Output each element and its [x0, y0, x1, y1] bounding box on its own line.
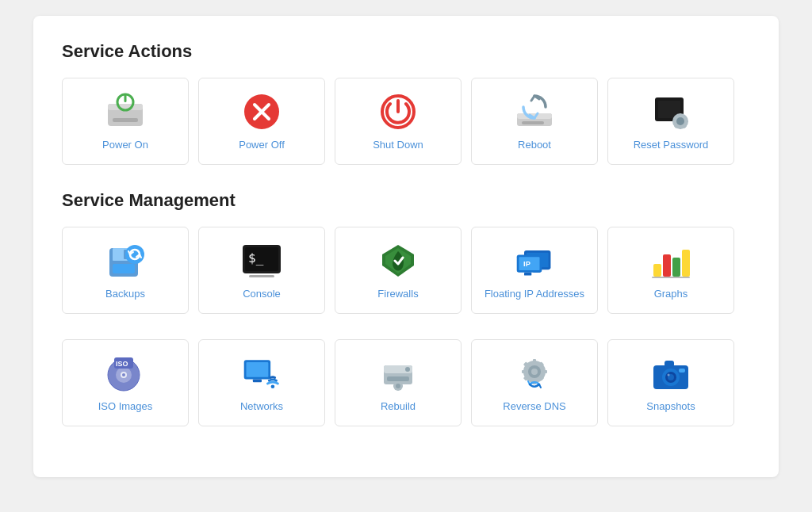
svg-point-50 [122, 373, 125, 376]
tile-power-on[interactable]: Power On [62, 78, 189, 165]
tile-console[interactable]: $_ Console [198, 227, 325, 314]
power-off-label: Power Off [239, 139, 285, 152]
svg-rect-60 [387, 376, 409, 381]
shut-down-svg [379, 93, 417, 131]
svg-text:ISO: ISO [116, 360, 128, 368]
svg-rect-4 [124, 94, 127, 102]
svg-rect-17 [680, 113, 681, 117]
power-on-label: Power On [102, 139, 148, 152]
tile-power-off[interactable]: Power Off [198, 78, 325, 165]
shut-down-icon [377, 91, 419, 132]
svg-point-62 [396, 384, 400, 388]
reverse-dns-label: Reverse DNS [503, 400, 565, 414]
tile-networks[interactable]: Networks [198, 339, 325, 426]
svg-rect-54 [247, 362, 269, 377]
svg-rect-33 [249, 275, 274, 277]
svg-rect-66 [400, 385, 403, 387]
tile-reset-password[interactable]: Reset Password [607, 78, 734, 165]
svg-rect-44 [682, 250, 690, 277]
networks-svg [241, 354, 282, 392]
svg-rect-39 [524, 272, 531, 275]
svg-text:IP: IP [523, 260, 530, 268]
rebuild-icon [377, 353, 419, 394]
shut-down-label: Shut Down [373, 139, 423, 152]
svg-point-82 [668, 373, 670, 376]
console-icon: $_ [241, 240, 282, 281]
firewalls-icon [377, 240, 419, 281]
main-card: Service Actions Power On [33, 16, 779, 477]
svg-rect-45 [652, 277, 690, 278]
snapshots-label: Snapshots [646, 400, 695, 414]
reboot-icon [514, 91, 555, 132]
service-management-grid-row2: ISO ISO Images Networks [62, 339, 750, 426]
tile-snapshots[interactable]: Snapshots [607, 339, 734, 426]
reset-password-icon [650, 91, 691, 132]
backups-svg [105, 242, 146, 280]
svg-text:$_: $_ [248, 250, 264, 266]
snapshots-icon [650, 353, 691, 394]
svg-point-69 [531, 369, 538, 375]
tile-graphs[interactable]: Graphs [607, 227, 734, 314]
tile-iso-images[interactable]: ISO ISO Images [62, 339, 189, 426]
service-management-grid-row1: Backups $_ Console [62, 227, 750, 314]
power-off-icon [241, 91, 282, 132]
svg-point-29 [125, 245, 144, 264]
svg-rect-65 [393, 385, 396, 387]
iso-images-icon: ISO [105, 353, 146, 394]
snapshots-svg [650, 356, 691, 391]
service-actions-title: Service Actions [62, 41, 750, 62]
svg-rect-42 [663, 254, 671, 277]
tile-shut-down[interactable]: Shut Down [335, 78, 462, 165]
networks-icon [241, 353, 282, 394]
reset-password-label: Reset Password [634, 139, 709, 152]
svg-point-59 [405, 367, 410, 372]
networks-label: Networks [240, 400, 283, 414]
svg-rect-64 [397, 388, 399, 391]
reverse-dns-icon [514, 353, 555, 394]
svg-rect-72 [522, 370, 526, 373]
tile-firewalls[interactable]: Firewalls [335, 227, 462, 314]
iso-images-label: ISO Images [98, 400, 153, 414]
floating-ip-svg: IP [514, 242, 555, 280]
console-svg: $_ [241, 243, 282, 278]
tile-backups[interactable]: Backups [62, 227, 189, 314]
backups-icon [105, 240, 146, 281]
svg-rect-73 [543, 370, 547, 373]
graphs-label: Graphs [654, 288, 688, 301]
rebuild-svg [377, 354, 419, 392]
graphs-icon [650, 240, 691, 281]
service-actions-grid: Power On Power Off Shut Do [62, 78, 750, 165]
reboot-svg [514, 93, 555, 131]
rebuild-label: Rebuild [381, 400, 416, 414]
power-on-icon [105, 91, 146, 132]
svg-rect-19 [672, 120, 676, 122]
backups-label: Backups [105, 288, 145, 301]
service-management-title: Service Management [62, 190, 750, 211]
power-off-svg [243, 93, 281, 131]
tile-rebuild[interactable]: Rebuild [335, 339, 462, 426]
tile-reboot[interactable]: Reboot [471, 78, 598, 165]
floating-ip-label: Floating IP Addresses [485, 288, 584, 301]
floating-ip-icon: IP [514, 240, 555, 281]
svg-rect-41 [653, 264, 661, 277]
reset-password-svg [650, 93, 691, 131]
reboot-label: Reboot [518, 139, 551, 152]
svg-rect-20 [685, 120, 688, 122]
tile-floating-ip[interactable]: IP Floating IP Addresses [471, 227, 598, 314]
svg-rect-18 [680, 126, 681, 129]
iso-svg: ISO [105, 354, 146, 392]
svg-rect-28 [113, 264, 135, 273]
svg-point-16 [676, 117, 684, 125]
svg-rect-83 [665, 361, 674, 367]
svg-rect-2 [113, 118, 138, 122]
svg-rect-43 [672, 258, 680, 277]
svg-rect-12 [522, 121, 544, 124]
svg-rect-55 [253, 379, 262, 382]
svg-point-56 [271, 384, 275, 388]
firewalls-label: Firewalls [377, 288, 418, 301]
svg-rect-63 [397, 381, 399, 384]
svg-rect-70 [533, 359, 536, 363]
power-on-svg [106, 93, 144, 131]
graphs-svg [650, 242, 691, 280]
tile-reverse-dns[interactable]: Reverse DNS [471, 339, 598, 426]
